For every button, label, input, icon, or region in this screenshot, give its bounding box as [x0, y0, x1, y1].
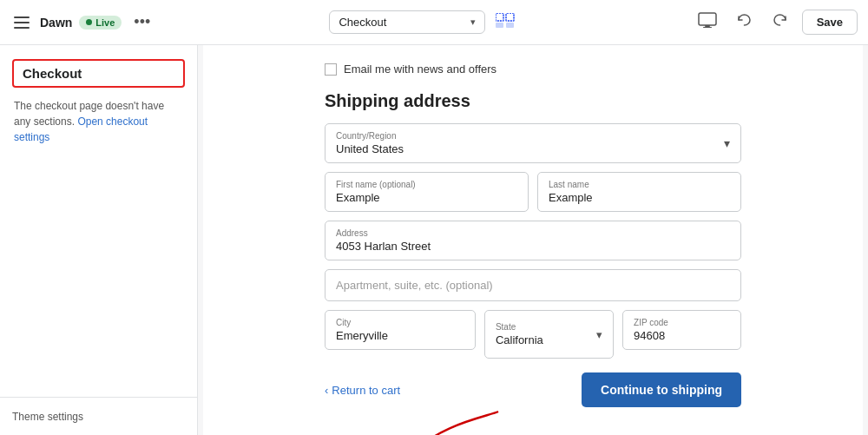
address-field[interactable]: Address 4053 Harlan Street — [325, 221, 741, 260]
state-value: California — [496, 333, 543, 346]
zip-label: ZIP code — [634, 318, 730, 327]
email-checkbox[interactable] — [325, 63, 337, 76]
svg-rect-5 — [496, 23, 503, 28]
city-label: City — [336, 318, 464, 327]
first-name-field[interactable]: First name (optional) Example — [325, 172, 529, 212]
arrow-wrapper — [325, 425, 741, 435]
sidebar-title-row: Checkout — [12, 59, 185, 88]
menu-icon-button[interactable] — [10, 13, 33, 32]
zip-value: 94608 — [634, 329, 730, 342]
device-preview-button[interactable] — [693, 7, 722, 37]
theme-settings-label: Theme settings — [12, 411, 83, 423]
selection-icon-button[interactable] — [492, 10, 518, 35]
last-name-value: Example — [549, 191, 730, 204]
sidebar: Checkout The checkout page doesn't have … — [0, 45, 198, 435]
return-to-cart-link[interactable]: ‹ Return to cart — [325, 384, 400, 397]
state-content: State California — [496, 322, 543, 346]
name-row: First name (optional) Example Last name … — [325, 172, 741, 221]
svg-rect-4 — [506, 13, 514, 21]
first-name-value: Example — [336, 191, 517, 204]
redo-button[interactable] — [766, 8, 795, 37]
site-name: Dawn — [40, 16, 72, 30]
sidebar-desc: The checkout page doesn't have any secti… — [12, 98, 185, 145]
country-field[interactable]: Country/Region United States ▾ — [325, 123, 741, 163]
checkout-form: Email me with news and offers Shipping a… — [325, 63, 741, 435]
page-select[interactable]: Checkout ▾ — [329, 10, 485, 34]
return-to-cart-label: Return to cart — [332, 384, 400, 397]
return-chevron-icon: ‹ — [325, 384, 328, 397]
save-button[interactable]: Save — [802, 10, 858, 35]
main-layout: Checkout The checkout page doesn't have … — [0, 45, 868, 435]
live-badge: Live — [79, 16, 122, 30]
city-state-zip-row: City Emeryville State California ▾ ZIP c… — [325, 310, 741, 359]
country-label: Country/Region — [336, 131, 404, 141]
live-label: Live — [95, 17, 115, 28]
topbar-center: Checkout ▾ — [162, 10, 685, 35]
zip-field[interactable]: ZIP code 94608 — [622, 310, 741, 350]
topbar: Dawn Live ••• Checkout ▾ — [0, 0, 868, 45]
red-arrow-icon — [351, 407, 524, 435]
first-name-label: First name (optional) — [336, 180, 517, 189]
city-value: Emeryville — [336, 329, 464, 342]
preview-frame: Email me with news and offers Shipping a… — [203, 45, 863, 435]
svg-rect-8 — [705, 25, 710, 27]
undo-button[interactable] — [729, 8, 759, 37]
country-content: Country/Region United States — [336, 131, 404, 155]
last-name-field[interactable]: Last name Example — [537, 172, 741, 212]
topbar-right: Save — [693, 7, 858, 37]
country-chevron-icon: ▾ — [724, 136, 730, 150]
svg-rect-7 — [699, 13, 716, 25]
apartment-field[interactable]: Apartment, suite, etc. (optional) — [325, 269, 741, 301]
country-value: United States — [336, 142, 404, 155]
svg-rect-9 — [703, 27, 712, 28]
more-options-button[interactable]: ••• — [128, 10, 155, 35]
svg-rect-6 — [506, 23, 514, 28]
page-select-label: Checkout — [339, 16, 386, 29]
city-field[interactable]: City Emeryville — [325, 310, 476, 350]
shipping-address-title: Shipping address — [325, 91, 741, 111]
last-name-label: Last name — [549, 180, 730, 189]
sidebar-top: Checkout The checkout page doesn't have … — [0, 45, 197, 152]
address-label: Address — [336, 228, 730, 238]
state-field[interactable]: State California ▾ — [484, 310, 614, 359]
continue-shipping-button[interactable]: Continue to shipping — [582, 372, 741, 407]
svg-rect-1 — [14, 22, 30, 23]
svg-rect-3 — [496, 13, 503, 21]
email-label: Email me with news and offers — [344, 63, 496, 76]
svg-rect-2 — [14, 27, 30, 29]
sidebar-bottom: Theme settings — [0, 397, 197, 435]
address-value: 4053 Harlan Street — [336, 240, 730, 253]
actions-row: ‹ Return to cart Continue to shipping — [325, 372, 741, 407]
chevron-down-icon: ▾ — [470, 16, 476, 28]
email-row: Email me with news and offers — [325, 63, 741, 76]
live-dot — [86, 19, 92, 25]
sidebar-page-title: Checkout — [23, 66, 82, 81]
topbar-left: Dawn Live ••• — [10, 10, 155, 35]
svg-rect-0 — [14, 16, 30, 18]
preview-area: Email me with news and offers Shipping a… — [198, 45, 868, 435]
state-label: State — [496, 322, 543, 332]
state-chevron-icon: ▾ — [596, 328, 602, 341]
